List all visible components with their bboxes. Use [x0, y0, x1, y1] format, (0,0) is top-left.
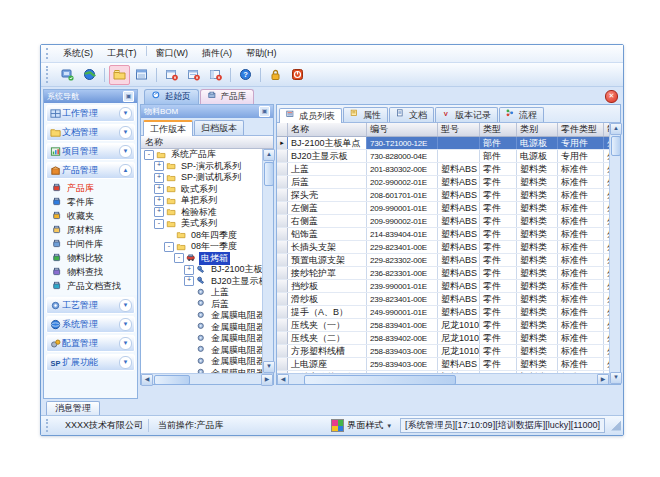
cell-型号[interactable]: 塑料ABS	[438, 241, 480, 253]
collapse-icon[interactable]: -	[144, 150, 154, 160]
lock-icon[interactable]	[265, 65, 286, 85]
cell-类型[interactable]: 零件	[480, 163, 517, 175]
column-header-零件类型[interactable]: 零件类型	[558, 123, 604, 136]
cell-类别[interactable]: 塑料类	[517, 189, 558, 201]
cell-编号[interactable]: 229-823401-00E	[367, 241, 438, 253]
cell-型号[interactable]: 塑料ABS	[438, 293, 480, 305]
cell-零件类型[interactable]: 标准件	[558, 306, 604, 318]
cell-类别[interactable]: 塑料类	[517, 202, 558, 214]
column-header-型号[interactable]: 型号	[438, 123, 480, 136]
menu-item-2[interactable]: 工具(T)	[100, 46, 144, 61]
cell-零件类型[interactable]: 标准件	[558, 345, 604, 357]
cell-名称[interactable]: 接纱轮护罩	[288, 267, 367, 279]
sidebar-group-配置管理[interactable]: 配置管理▼	[46, 335, 135, 352]
cell-零件类型[interactable]: 标准件	[558, 254, 604, 266]
cell-零件类型[interactable]: 专用件	[558, 137, 604, 149]
tab-文档[interactable]: 文档	[389, 107, 434, 122]
cell-类型[interactable]: 零件	[480, 319, 517, 331]
cell-零件类型[interactable]: 标准件	[558, 267, 604, 279]
table-row[interactable]: 提手（A、B）249-990001-01E塑料ABS零件塑料类标准件外协条	[277, 306, 609, 319]
window-close-a-icon[interactable]	[161, 65, 182, 85]
sidebar-group-扩展功能[interactable]: SP扩展功能▼	[46, 354, 135, 371]
cell-型号[interactable]: 塑料ABS	[438, 280, 480, 292]
help-icon[interactable]: ?	[235, 65, 256, 85]
cell-型号[interactable]: 塑料ABS	[438, 189, 480, 201]
collapse-icon[interactable]: -	[164, 242, 174, 252]
sidebar-group-文档管理[interactable]: 文档管理▼	[46, 124, 135, 141]
cell-类型[interactable]: 零件	[480, 254, 517, 266]
window-close-b-icon[interactable]	[183, 65, 204, 85]
table-row[interactable]: 挡纱板239-990001-01E塑料ABS零件塑料类标准件外协条	[277, 280, 609, 293]
cell-类型[interactable]: 零件	[480, 176, 517, 188]
column-header-类别[interactable]: 类别	[517, 123, 558, 136]
cell-类型[interactable]: 部件	[480, 137, 517, 149]
cell-类别[interactable]: 塑料类	[517, 241, 558, 253]
cell-型号[interactable]: 塑料ABS	[438, 176, 480, 188]
cell-编号[interactable]: 730-T21000-12E	[367, 137, 438, 149]
expand-icon[interactable]: +	[184, 265, 194, 275]
tree-hscroll-thumb[interactable]	[154, 375, 190, 385]
chevron-down-icon[interactable]: ▼	[119, 337, 132, 350]
cell-类型[interactable]: 零件	[480, 202, 517, 214]
sidebar-group-产品管理[interactable]: 产品管理▲	[46, 162, 135, 179]
cell-零件类型[interactable]: 标准件	[558, 163, 604, 175]
cell-类别[interactable]: 电源板	[517, 150, 558, 162]
cell-类别[interactable]: 塑料类	[517, 215, 558, 227]
table-row[interactable]: 后盖202-990002-01E塑料ABS零件塑料类标准件外协条	[277, 176, 609, 189]
cell-零件类型[interactable]: 标准件	[558, 332, 604, 344]
scroll-up-icon[interactable]: ▲	[263, 149, 275, 161]
collapse-icon[interactable]: -	[154, 219, 164, 229]
cell-零件类型[interactable]: 标准件	[558, 176, 604, 188]
grid-vscroll-thumb[interactable]	[611, 136, 621, 156]
cell-类别[interactable]: 塑料类	[517, 345, 558, 357]
sidebar-item-中间件库[interactable]: 中间件库	[44, 237, 137, 251]
cell-编号[interactable]: 208-601701-01E	[367, 189, 438, 201]
table-row[interactable]: 铝饰盖214-839404-01E塑料ABS零件塑料类标准件外协条	[277, 228, 609, 241]
table-row[interactable]: 上盖201-830302-00E塑料ABS零件塑料类标准件外协条	[277, 163, 609, 176]
table-row[interactable]: 接纱轮护罩236-823301-00E塑料ABS零件塑料类标准件外协条	[277, 267, 609, 280]
menubar-grip[interactable]	[46, 48, 53, 60]
cell-类别[interactable]: 塑料类	[517, 293, 558, 305]
cell-类型[interactable]: 零件	[480, 267, 517, 279]
table-row[interactable]: 右侧盖209-990002-01E塑料ABS零件塑料类标准件外协条	[277, 215, 609, 228]
folder-open-icon[interactable]	[109, 65, 130, 85]
tab-属性[interactable]: 属性	[343, 107, 388, 122]
tab-流程[interactable]: 流程	[499, 107, 544, 122]
cell-零件类型[interactable]: 标准件	[558, 215, 604, 227]
cell-类别[interactable]: 塑料类	[517, 280, 558, 292]
cell-编号[interactable]: 239-990001-01E	[367, 280, 438, 292]
cell-型号[interactable]: 尼龙1010	[438, 332, 480, 344]
cell-编号[interactable]: 209-990002-01E	[367, 215, 438, 227]
expand-icon[interactable]: +	[154, 161, 164, 171]
cell-类型[interactable]: 零件	[480, 345, 517, 357]
cell-类别[interactable]: 塑料类	[517, 267, 558, 279]
cell-型号[interactable]	[438, 150, 480, 162]
cell-名称[interactable]: 探头壳	[288, 189, 367, 201]
sidebar-group-工作管理[interactable]: 工作管理▼	[46, 105, 135, 122]
globe-icon[interactable]	[79, 65, 100, 85]
ui-style-button[interactable]: 界面样式 ▼	[327, 419, 396, 433]
column-header-编号[interactable]: 编号	[367, 123, 438, 136]
cell-编号[interactable]: 209-990001-01E	[367, 202, 438, 214]
cell-名称[interactable]: 左侧盖	[288, 202, 367, 214]
table-row[interactable]: BJ20主显示板730-828000-04E部件电源板专用件外协颗	[277, 150, 609, 163]
sidebar-item-零件库[interactable]: 零件库	[44, 195, 137, 209]
table-row[interactable]: 压线夹（二）258-839402-00E尼龙1010零件塑料类标准件外协条	[277, 332, 609, 345]
menu-item-4[interactable]: 插件(A)	[195, 46, 239, 61]
chevron-up-icon[interactable]: ▲	[119, 164, 132, 177]
cell-类别[interactable]: 塑料类	[517, 358, 558, 370]
cell-型号[interactable]: 塑料ABS	[438, 202, 480, 214]
sidebar-item-物料查找[interactable]: 物料查找	[44, 265, 137, 279]
cell-名称[interactable]: 方形塑料线槽	[288, 345, 367, 357]
table-row[interactable]: 滑纱板239-823401-00E塑料ABS零件塑料类标准件外协条	[277, 293, 609, 306]
tree-vscroll-thumb[interactable]	[264, 162, 274, 186]
cell-名称[interactable]: 压线夹（一）	[288, 319, 367, 331]
cell-零件类型[interactable]: 标准件	[558, 358, 604, 370]
cell-名称[interactable]: 上盖	[288, 163, 367, 175]
cell-名称[interactable]: 铝饰盖	[288, 228, 367, 240]
cell-类型[interactable]: 零件	[480, 306, 517, 318]
window-close-c-icon[interactable]	[205, 65, 226, 85]
cell-类型[interactable]: 零件	[480, 241, 517, 253]
tree-column-header[interactable]: 名称	[141, 136, 273, 149]
cell-型号[interactable]: 塑料ABS	[438, 267, 480, 279]
